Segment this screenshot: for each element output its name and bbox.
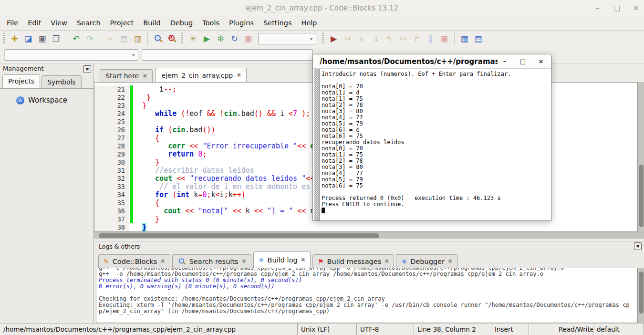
next-line-icon[interactable]: ↳: [355, 32, 368, 45]
abort-build-icon[interactable]: ▣: [242, 32, 255, 45]
logs-tab-debugger[interactable]: ✳Debugger✖: [396, 254, 457, 268]
copy-icon[interactable]: ▤: [117, 32, 130, 45]
logs-tab-build-log[interactable]: ✳Build log✖: [253, 251, 311, 268]
minimize-icon[interactable]: –: [593, 4, 602, 12]
logs-vertical-scrollbar[interactable]: [638, 268, 644, 323]
menu-item-view[interactable]: View: [46, 17, 72, 29]
toolbar-grip: [322, 33, 324, 44]
step-out-icon[interactable]: ↰: [383, 32, 395, 45]
next-instruction-icon[interactable]: ↦: [396, 32, 409, 45]
status-line-endings: Unix (LF): [298, 324, 357, 335]
menu-item-project[interactable]: Project: [105, 17, 139, 29]
menu-item-tools[interactable]: Tools: [197, 17, 224, 29]
build-log-output: g++ -c /home/msantos/Documentos/c++/prog…: [96, 268, 638, 323]
logs-tab-build-messages[interactable]: ⚑Build messages✖: [312, 254, 395, 268]
line-number: 38: [94, 223, 129, 231]
maximize-icon[interactable]: □: [519, 58, 526, 65]
toolbar-separator: [454, 33, 455, 44]
editor-tab[interactable]: ejem_2_cin_array.cpp✖: [156, 68, 247, 82]
menu-item-plugins[interactable]: Plugins: [224, 17, 259, 29]
replace-icon[interactable]: R: [165, 32, 178, 45]
rebuild-icon[interactable]: ↻: [228, 32, 241, 45]
close-icon[interactable]: ×: [632, 4, 640, 12]
management-close-icon[interactable]: ✖: [83, 65, 91, 73]
minimize-icon[interactable]: –: [501, 58, 508, 65]
new-file-icon[interactable]: ✚: [8, 32, 21, 45]
chevron-down-icon: ▾: [132, 52, 135, 58]
stop-debugger-icon[interactable]: ▣: [438, 32, 451, 45]
line-number: 33: [94, 183, 129, 191]
build-and-run-icon[interactable]: ❇: [214, 32, 227, 45]
compiler-target-combo[interactable]: ▾: [5, 49, 138, 61]
paste-icon[interactable]: ▥: [131, 32, 144, 45]
open-file-icon[interactable]: ◪: [22, 32, 35, 45]
close-tab-icon[interactable]: ✖: [242, 258, 246, 264]
run-to-cursor-icon[interactable]: ↪: [341, 32, 354, 45]
close-tab-icon[interactable]: ✖: [301, 257, 305, 263]
window-titlebar[interactable]: ejem_2_cin_array.cpp - Code::Blocks 13.1…: [0, 0, 644, 16]
editor-vertical-scrollbar[interactable]: [638, 82, 644, 232]
debug-continue-icon[interactable]: ▶: [327, 32, 340, 45]
scrollbar-thumb[interactable]: [99, 233, 379, 238]
code-line: 38}: [94, 223, 637, 231]
scrollbar-thumb[interactable]: [639, 272, 644, 314]
status-cursor-position: Line 38, Column 2: [414, 324, 491, 335]
menu-item-edit[interactable]: Edit: [23, 17, 46, 29]
build-icon[interactable]: ✳: [187, 32, 199, 45]
terminal-cursor-line: [322, 208, 550, 214]
console-body[interactable]: Introducir notas (numeros). Eof + Enter …: [313, 69, 551, 220]
logs-tab-search-results[interactable]: Search results✖: [172, 254, 251, 268]
code-text: i--;: [133, 85, 177, 94]
toolbar-separator: [66, 33, 66, 44]
redo-icon[interactable]: ↷: [83, 32, 96, 45]
step-into-icon[interactable]: ↴: [369, 32, 382, 45]
line-number: 24: [94, 110, 129, 118]
line-number: 22: [94, 94, 129, 102]
cut-icon[interactable]: ✂: [104, 32, 116, 45]
build-target-combo[interactable]: ▾: [258, 33, 316, 44]
window-controls: – □ ×: [593, 0, 640, 16]
step-into-instruction-icon[interactable]: ↱: [410, 32, 423, 45]
scrollbar-thumb[interactable]: [639, 165, 644, 227]
menu-item-file[interactable]: File: [2, 17, 23, 29]
toolbar-grip: [181, 33, 183, 44]
management-tab-symbols[interactable]: Symbols: [42, 75, 81, 88]
debugging-windows-icon[interactable]: ▦: [458, 32, 471, 45]
editor-horizontal-scrollbar[interactable]: [94, 232, 644, 239]
menu-item-help[interactable]: Help: [297, 17, 322, 29]
editor-tab[interactable]: Start here✖: [100, 69, 153, 82]
menu-item-build[interactable]: Build: [138, 17, 165, 29]
console-titlebar[interactable]: /home/msantos/Documentos/c++/programas_c…: [313, 54, 551, 69]
logs-tab-label: Search results: [189, 258, 239, 265]
info-windows-icon[interactable]: ▤: [472, 32, 485, 45]
close-tab-icon[interactable]: ✖: [143, 73, 147, 79]
close-tab-icon[interactable]: ✖: [448, 258, 452, 264]
close-tab-icon[interactable]: ✖: [160, 258, 165, 264]
console-scrollbar[interactable]: [314, 69, 320, 220]
console-title: /home/msantos/Documentos/c++/programas_c…: [320, 57, 498, 66]
search-icon: [178, 258, 185, 265]
save-all-icon[interactable]: ❒: [50, 32, 62, 45]
logs-tab-code-blocks[interactable]: ✎Code::Blocks✖: [98, 254, 170, 268]
management-tab-projects[interactable]: Projects: [2, 74, 40, 88]
undo-icon[interactable]: ↶: [70, 32, 83, 45]
run-icon[interactable]: ▶: [200, 32, 213, 45]
logs-close-icon[interactable]: ✖: [634, 242, 642, 250]
break-debugger-icon[interactable]: ‖: [424, 32, 437, 45]
save-icon[interactable]: ▣: [36, 32, 49, 45]
build-target-field[interactable]: [142, 49, 313, 61]
code-text: }: [133, 102, 146, 110]
code-text: }: [133, 158, 159, 167]
line-number: 25: [94, 118, 129, 126]
close-tab-icon[interactable]: ✖: [384, 258, 389, 264]
maximize-icon[interactable]: □: [613, 4, 621, 12]
workspace-item[interactable]: ⌂ Workspace: [0, 89, 93, 105]
close-icon[interactable]: ×: [538, 58, 544, 65]
close-tab-icon[interactable]: ✖: [237, 72, 241, 78]
status-profile: default: [593, 324, 644, 335]
menu-item-search[interactable]: Search: [72, 17, 105, 29]
find-icon[interactable]: [151, 32, 164, 45]
menu-item-debug[interactable]: Debug: [166, 17, 198, 29]
console-window-controls: – □ ×: [501, 58, 544, 65]
menu-item-settings[interactable]: Settings: [259, 17, 296, 29]
